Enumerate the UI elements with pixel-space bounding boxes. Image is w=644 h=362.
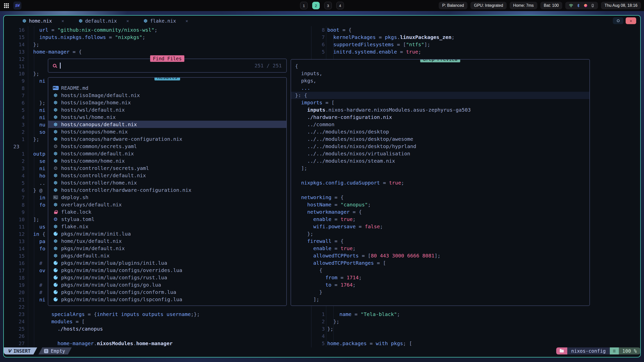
topbar-left: $W bbox=[3, 2, 21, 10]
result-item[interactable]: hosts/isoImage/home.nix bbox=[48, 99, 286, 106]
result-label: pkgs/nvim/nvim/lua/configs/go.lua bbox=[61, 282, 161, 288]
result-item[interactable]: pkgs/nvim/nvim/lua/configs/go.lua bbox=[48, 281, 286, 288]
line-number: 24 bbox=[4, 319, 25, 325]
code-row: 5 initrd.systemd.enable = true; bbox=[304, 48, 638, 55]
result-item[interactable]: flake.nix bbox=[48, 223, 286, 230]
tab-flake.nix[interactable]: flake.nix bbox=[144, 18, 188, 24]
vim-icon: V bbox=[8, 348, 11, 353]
result-item[interactable]: pkgs/nvim/nvim/lua/configs/conform.lua bbox=[48, 288, 286, 296]
bluetooth-icon[interactable] bbox=[576, 3, 580, 8]
result-item[interactable]: hosts/common/default.nix bbox=[48, 150, 286, 157]
line-number: 14 bbox=[4, 246, 25, 252]
result-item[interactable]: pkgs/default.nix bbox=[48, 252, 286, 259]
window-toggle-button[interactable] bbox=[613, 17, 623, 24]
preview-line: ../../modules/nixos/desktop bbox=[295, 128, 589, 135]
result-item[interactable]: hosts/isoImage/default.nix bbox=[48, 92, 286, 99]
result-item[interactable]: M↓README.md bbox=[48, 84, 286, 92]
result-item[interactable]: hosts/controller/secrets.yaml bbox=[48, 164, 286, 172]
result-item[interactable]: hosts/common/secrets.yaml bbox=[48, 143, 286, 150]
code-row: 6 supportedFilesystems = ["ntfs"]; bbox=[304, 41, 638, 48]
code-row: 8boot = { bbox=[304, 26, 638, 33]
text-cursor bbox=[60, 63, 61, 69]
workspace-button-4[interactable]: 4 bbox=[336, 2, 344, 9]
lua-file-icon bbox=[52, 261, 59, 265]
result-item[interactable]: hosts/controller/hardware-configuration.… bbox=[48, 186, 286, 194]
mode-label: INSERT bbox=[13, 348, 31, 354]
system-tray[interactable] bbox=[565, 2, 598, 9]
editor-tab-bar: home.nixdefault.nixflake.nix bbox=[4, 16, 640, 26]
preview-line: ../../modules/nixos/virtualisation bbox=[295, 150, 589, 157]
result-item[interactable]: pkgs/nvim/default.nix bbox=[48, 245, 286, 252]
result-label: pkgs/nvim/nvim/lua/plugins/init.lua bbox=[61, 260, 167, 266]
result-label: flake.lock bbox=[61, 209, 91, 215]
line-number: 8 bbox=[304, 27, 325, 33]
line-number: 23 bbox=[4, 144, 25, 150]
nix-file-icon bbox=[52, 114, 59, 120]
result-item[interactable]: hosts/wsl/home.nix bbox=[48, 113, 286, 121]
result-item[interactable]: >_deploy.sh bbox=[48, 194, 286, 201]
tab-default.nix[interactable]: default.nix bbox=[79, 18, 129, 24]
yaml-file-icon bbox=[52, 165, 59, 171]
result-item[interactable]: hosts/canopus/home.nix bbox=[48, 128, 286, 135]
result-item[interactable]: pkgs/nvim/nvim/lua/configs/rust.lua bbox=[48, 274, 286, 281]
top-bar: $W 1234 P: BalancedGPU: IntegratedHome: … bbox=[0, 0, 644, 11]
preview-line: ... bbox=[295, 84, 589, 92]
tab-label: flake.nix bbox=[150, 18, 176, 24]
buffer-segment: Empty bbox=[38, 347, 72, 354]
result-item[interactable]: hosts/controller/home.nix bbox=[48, 179, 286, 186]
phone-icon[interactable] bbox=[591, 3, 594, 8]
result-item[interactable]: hosts/canopus/hardware-configuration.nix bbox=[48, 135, 286, 143]
preview-line: imports = [ bbox=[295, 99, 589, 106]
wifi-icon[interactable] bbox=[569, 3, 573, 8]
wm-logo[interactable]: $W bbox=[13, 2, 21, 10]
result-item[interactable]: hosts/wsl/default.nix bbox=[48, 106, 286, 113]
tab-home.nix[interactable]: home.nix bbox=[22, 18, 64, 24]
window-close-button[interactable] bbox=[626, 17, 636, 24]
preview-line: enable = true; bbox=[295, 216, 589, 223]
search-icon bbox=[53, 64, 56, 67]
result-item[interactable]: pkgs/nvim/nvim/lua/configs/lspconfig.lua bbox=[48, 296, 286, 303]
workspace-button-3[interactable]: 3 bbox=[324, 2, 332, 9]
tab-close-icon[interactable] bbox=[126, 18, 129, 23]
line-number: 7 bbox=[4, 93, 25, 99]
app-launcher-icon[interactable] bbox=[3, 2, 10, 9]
line-number: 5 bbox=[304, 340, 325, 346]
repo-icon-segment bbox=[556, 347, 567, 354]
result-item[interactable]: stylua.toml bbox=[48, 215, 286, 223]
result-label: hosts/canopus/hardware-configuration.nix bbox=[61, 136, 182, 142]
result-item[interactable]: pkgs/nvim/nvim/init.lua bbox=[48, 230, 286, 237]
preview-line bbox=[295, 187, 589, 194]
nix-file-icon bbox=[52, 158, 59, 164]
preview-code: { inputs, pkgs, ...}: { imports = [ inpu… bbox=[295, 63, 589, 303]
result-item[interactable]: pkgs/nvim/nvim/lua/configs/overrides.lua bbox=[48, 266, 286, 274]
code-row: 13 home-manager = { bbox=[4, 48, 311, 55]
result-label: stylua.toml bbox=[61, 216, 94, 222]
result-item[interactable]: hosts/controller/default.nix bbox=[48, 172, 286, 179]
result-item[interactable]: overlays/default.nix bbox=[48, 201, 286, 208]
result-item[interactable]: flake.lock bbox=[48, 208, 286, 215]
result-item[interactable]: pkgs/nvim/nvim/lua/plugins/init.lua bbox=[48, 259, 286, 266]
tab-close-icon[interactable] bbox=[61, 18, 64, 23]
nix-snowflake-icon bbox=[144, 18, 148, 24]
line-number: 16 bbox=[4, 27, 25, 33]
workspace-button-1[interactable]: 1 bbox=[300, 2, 308, 9]
mode-segment: V INSERT bbox=[4, 347, 37, 354]
line-number: 3 bbox=[4, 122, 25, 128]
line-number: 15 bbox=[4, 253, 25, 259]
color-blob-icon[interactable] bbox=[583, 3, 588, 8]
toml-file-icon bbox=[52, 216, 59, 222]
find-files-input[interactable]: Find Files 251 / 251 bbox=[48, 59, 287, 73]
line-number: 16 bbox=[4, 260, 25, 266]
code-row: 4 bbox=[304, 332, 638, 340]
workspace-switcher: 1234 bbox=[300, 2, 344, 9]
nix-file-icon bbox=[52, 253, 59, 258]
preview-line: to = 1764; bbox=[295, 281, 589, 289]
result-item[interactable]: hosts/common/home.nix bbox=[48, 157, 286, 164]
result-item[interactable]: home/tux/default.nix bbox=[48, 237, 286, 245]
line-number: 3 bbox=[304, 326, 325, 332]
preview-line: } bbox=[295, 289, 589, 296]
result-item[interactable]: hosts/canopus/default.nix bbox=[48, 121, 286, 128]
tab-close-icon[interactable] bbox=[186, 18, 188, 23]
line-number: 1 bbox=[304, 311, 325, 317]
workspace-button-2[interactable]: 2 bbox=[312, 2, 320, 9]
